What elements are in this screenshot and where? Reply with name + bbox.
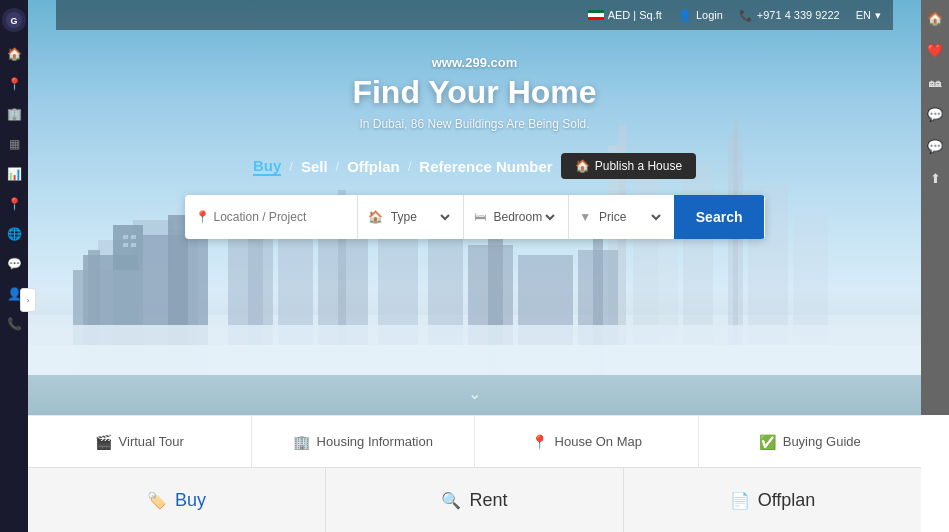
document-icon: 📄 xyxy=(730,491,750,510)
virtual-tour-label: Virtual Tour xyxy=(119,434,184,449)
language-selector[interactable]: EN ▾ xyxy=(856,9,881,22)
site-url: www.299.com xyxy=(28,55,921,70)
bedroom-select[interactable]: Bedroom 1 2 3+ xyxy=(490,209,559,225)
price-icon: ▼ xyxy=(579,210,591,224)
sidebar-pin-icon[interactable]: 📍 xyxy=(6,76,22,92)
svg-rect-40 xyxy=(28,345,921,375)
hero-content: www.299.com Find Your Home In Dubai, 86 … xyxy=(28,55,921,239)
location-input[interactable] xyxy=(214,210,347,224)
price-field[interactable]: ▼ Price Under 500K 500K-1M 1M+ xyxy=(569,195,674,239)
tag-icon: 🏷️ xyxy=(147,491,167,510)
lang-label: EN xyxy=(856,9,871,21)
user-icon: 👤 xyxy=(678,9,692,22)
currency-label: AED | Sq.ft xyxy=(608,9,662,21)
phone-icon: 📞 xyxy=(739,9,753,22)
hero-title: Find Your Home xyxy=(28,74,921,111)
buying-guide-label: Buying Guide xyxy=(783,434,861,449)
search-button[interactable]: Search xyxy=(674,195,765,239)
search-tab-icon: 🔍 xyxy=(441,491,461,510)
sidebar-home-icon[interactable]: 🏠 xyxy=(6,46,22,62)
right-building-icon[interactable]: 🏘 xyxy=(925,72,945,92)
sidebar-expand-button[interactable]: › xyxy=(20,288,36,312)
bottom-tabs: 🏷️ Buy 🔍 Rent 📄 Offplan xyxy=(28,467,921,532)
bottom-nav: 🎬 Virtual Tour 🏢 Housing Information 📍 H… xyxy=(28,415,921,467)
svg-rect-28 xyxy=(123,243,128,247)
house-map-link[interactable]: 📍 House On Map xyxy=(475,416,699,467)
right-message-icon[interactable]: 💬 xyxy=(925,136,945,156)
type-field[interactable]: 🏠 Type Apartment Villa Townhouse xyxy=(358,195,464,239)
virtual-tour-link[interactable]: 🎬 Virtual Tour xyxy=(28,416,252,467)
login-label: Login xyxy=(696,9,723,21)
svg-rect-29 xyxy=(131,243,136,247)
check-circle-icon: ✅ xyxy=(759,434,776,450)
sidebar-building-icon[interactable]: 🏢 xyxy=(6,106,22,122)
type-icon: 🏠 xyxy=(368,210,383,224)
tab-buy[interactable]: Buy xyxy=(253,157,281,176)
phone-contact[interactable]: 📞 +971 4 339 9222 xyxy=(739,9,840,22)
video-icon: 🎬 xyxy=(95,434,112,450)
hero-subtitle: In Dubai, 86 New Buildings Are Being Sol… xyxy=(28,117,921,131)
right-share-icon[interactable]: 💬 xyxy=(925,104,945,124)
right-upload-icon[interactable]: ⬆ xyxy=(925,168,945,188)
publish-button[interactable]: 🏠 Publish a House xyxy=(561,153,696,179)
location-field[interactable]: 📍 xyxy=(185,195,358,239)
location-icon: 📍 xyxy=(195,210,210,224)
sidebar-chart-icon[interactable]: 📊 xyxy=(6,166,22,182)
tab-sell[interactable]: Sell xyxy=(301,158,328,175)
sidebar-chat-icon[interactable]: 💬 xyxy=(6,256,22,272)
type-select[interactable]: Type Apartment Villa Townhouse xyxy=(387,209,453,225)
tab-offplan[interactable]: Offplan xyxy=(347,158,400,175)
property-nav-tabs: Buy / Sell / Offplan / Reference Number … xyxy=(28,153,921,179)
flag-icon xyxy=(588,10,604,20)
housing-info-label: Housing Information xyxy=(317,434,433,449)
hero-section: AED | Sq.ft 👤 Login 📞 +971 4 339 9222 EN… xyxy=(28,0,921,415)
offplan-tab-label: Offplan xyxy=(758,490,816,511)
search-bar: 📍 🏠 Type Apartment Villa Townhouse 🛏 Bed… xyxy=(185,195,765,239)
nav-sep-1: / xyxy=(289,159,293,174)
left-sidebar: G 🏠 📍 🏢 ▦ 📊 📍 🌐 💬 👤 📞 › xyxy=(0,0,28,532)
price-select[interactable]: Price Under 500K 500K-1M 1M+ xyxy=(595,209,664,225)
house-icon: 🏠 xyxy=(575,159,590,173)
logo[interactable]: G xyxy=(2,8,26,32)
bedroom-field[interactable]: 🛏 Bedroom 1 2 3+ xyxy=(464,195,570,239)
sidebar-phone-icon[interactable]: 📞 xyxy=(6,316,22,332)
right-home-icon[interactable]: 🏠 xyxy=(925,8,945,28)
nav-sep-3: / xyxy=(408,159,412,174)
bedroom-icon: 🛏 xyxy=(474,210,486,224)
tab-offplan-bottom[interactable]: 📄 Offplan xyxy=(624,468,921,532)
buying-guide-link[interactable]: ✅ Buying Guide xyxy=(699,416,922,467)
tab-rent-bottom[interactable]: 🔍 Rent xyxy=(326,468,624,532)
buy-tab-label: Buy xyxy=(175,490,206,511)
right-sidebar: 🏠 ❤️ 🏘 💬 💬 ⬆ xyxy=(921,0,949,415)
house-map-label: House On Map xyxy=(555,434,642,449)
nav-sep-2: / xyxy=(336,159,340,174)
tab-reference[interactable]: Reference Number xyxy=(419,158,552,175)
sidebar-grid-icon[interactable]: ▦ xyxy=(6,136,22,152)
scroll-indicator[interactable]: ⌄ xyxy=(468,384,481,403)
svg-text:G: G xyxy=(10,16,17,26)
login-button[interactable]: 👤 Login xyxy=(678,9,723,22)
currency-selector[interactable]: AED | Sq.ft xyxy=(588,9,662,21)
housing-info-link[interactable]: 🏢 Housing Information xyxy=(252,416,476,467)
sidebar-globe-icon[interactable]: 🌐 xyxy=(6,226,22,242)
phone-number: +971 4 339 9222 xyxy=(757,9,840,21)
right-heart-icon[interactable]: ❤️ xyxy=(925,40,945,60)
tab-buy-bottom[interactable]: 🏷️ Buy xyxy=(28,468,326,532)
map-pin-icon: 📍 xyxy=(531,434,548,450)
rent-tab-label: Rent xyxy=(469,490,507,511)
building-icon: 🏢 xyxy=(293,434,310,450)
sidebar-location-icon[interactable]: 📍 xyxy=(6,196,22,212)
top-bar: AED | Sq.ft 👤 Login 📞 +971 4 339 9222 EN… xyxy=(56,0,893,30)
chevron-down-icon: ▾ xyxy=(875,9,881,22)
